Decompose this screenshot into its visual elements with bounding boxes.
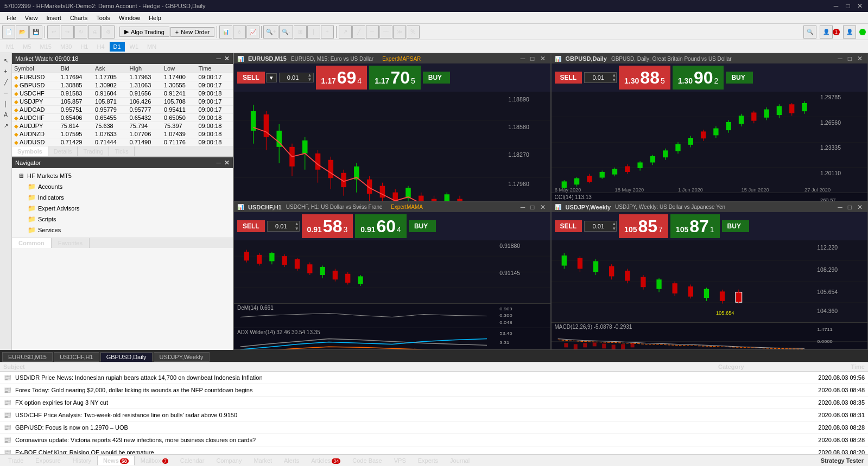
chart-gbpusd-maximize[interactable]: □ [846,55,853,62]
tab-articles[interactable]: Articles34 [305,456,346,465]
mw-tab-symbols[interactable]: Symbols [12,146,48,156]
news-row[interactable]: 📰 Coronavirus update: Victoria reports 4… [0,434,868,446]
tab-mailbox[interactable]: Mailbox7 [135,456,174,465]
market-watch-row[interactable]: ◆AUDCHF 0.65406 0.65455 0.65432 0.65050 … [12,114,233,122]
usdchf-lot-group[interactable]: ▲ ▼ [267,221,300,232]
chart-tab-eurusd[interactable]: EURUSD,M15 [2,352,53,362]
chart-tab-gbpusd[interactable]: GBPUSD,Daily [100,352,153,362]
navigator-minimize[interactable]: ─ [216,159,221,167]
toolbar-print[interactable]: 🖨 [88,25,101,39]
toolbar-chart-bar[interactable]: 📊 [219,25,232,39]
chart-gbpusd-minimize[interactable]: ─ [836,55,844,62]
toolbar-redo[interactable]: ↪ [61,25,74,39]
news-row[interactable]: 📰 GBP/USD: Focus is now on 1.2970 – UOB … [0,422,868,434]
toolbox-line[interactable]: ╱ [1,77,11,87]
menu-tools[interactable]: Tools [92,14,115,22]
market-watch-row[interactable]: ◆AUDUSD 0.71429 0.71444 0.71490 0.71176 … [12,138,233,146]
market-watch-row[interactable]: ◆USDJPY 105.857 105.871 106.426 105.708 … [12,98,233,106]
toolbox-cursor[interactable]: ↖ [1,55,11,65]
nav-item-scripts[interactable]: 📁 Scripts [14,214,231,225]
menu-charts[interactable]: Charts [66,14,92,22]
usdjpy-lot-group[interactable]: ▲ ▼ [584,221,617,232]
toolbox-vline[interactable]: │ [1,99,11,108]
nav-item-accounts[interactable]: 📁 Accounts [14,181,231,192]
toolbar-open[interactable]: 📂 [16,25,29,39]
chart-tab-usdjpy[interactable]: USDJPY,Weekly [154,352,210,362]
usdchf-buy-price-box[interactable]: 0.91 60 4 [355,214,407,238]
mw-tab-ticks[interactable]: Ticks [109,146,134,156]
toolbox-crosshair[interactable]: + [1,66,11,76]
gbpusd-sell-button[interactable]: SELL [555,72,582,84]
market-watch-close[interactable]: ✕ [224,55,230,62]
chart-eurusd-minimize[interactable]: ─ [519,55,527,62]
eurusd-lot-input[interactable] [280,73,307,82]
tab-trade[interactable]: Trade [2,456,29,465]
algo-trading-button[interactable]: ▶ Algo Trading [119,27,169,37]
toolbar-wave[interactable]: 〰 [379,25,392,39]
tf-h4[interactable]: H4 [93,42,108,52]
gbpusd-chart-area[interactable]: 1.29785 1.26560 1.23335 1.20110 6 May 20… [552,92,868,202]
toolbox-hline[interactable]: ─ [1,88,11,98]
eurusd-lot-down[interactable]: ▼ [307,78,313,82]
usdjpy-buy-button[interactable]: BUY [722,220,749,232]
market-watch-row[interactable]: ◆USDCHF 0.91583 0.91604 0.91656 0.91241 … [12,90,233,98]
toolbar-undo[interactable]: ↩ [47,25,60,39]
usdchf-buy-button[interactable]: BUY [409,220,436,232]
tab-news[interactable]: News58 [97,456,135,465]
usdjpy-lot-input[interactable] [585,222,612,231]
chart-eurusd-close[interactable]: ✕ [538,55,547,62]
usdchf-chart-area[interactable]: 0.91880 0.91145 DeM(14) 0.661 0.909 0.30… [234,240,550,350]
tf-w1[interactable]: W1 [126,42,143,52]
nav-item-services[interactable]: 📁 Services [14,225,231,235]
minimize-button[interactable]: ─ [832,2,840,10]
tab-vps[interactable]: VPS [388,456,412,465]
chart-gbpusd-close[interactable]: ✕ [856,55,864,62]
eurusd-sell-dropdown[interactable]: ▼ [266,73,277,82]
menu-insert[interactable]: Insert [42,14,66,22]
chart-usdchf-close[interactable]: ✕ [538,203,547,211]
toolbox-text[interactable]: A [1,110,11,119]
toolbar-zoom-out[interactable]: 🔍- [279,25,293,39]
tf-m5[interactable]: M5 [19,42,35,52]
search-button[interactable]: 🔍 [803,25,816,39]
toolbar-chart-candle[interactable]: 🕯 [233,25,246,39]
toolbar-refresh[interactable]: ↻ [74,25,87,39]
tf-d1[interactable]: D1 [110,42,125,52]
toolbar-period-sep[interactable]: | [307,25,320,39]
tab-market[interactable]: Market [248,456,278,465]
toolbar-grid[interactable]: ⊞ [294,25,307,39]
mw-tab-trading[interactable]: Trading [78,146,109,156]
tf-mn[interactable]: MN [143,42,160,52]
market-watch-minimize[interactable]: ─ [216,55,221,62]
tab-codebase[interactable]: Code Base [346,456,388,465]
toolbar-chart-line[interactable]: 📈 [246,25,259,39]
tf-m1[interactable]: M1 [2,42,18,52]
nav-item-experts[interactable]: 📁 Expert Advisors [14,203,231,214]
toolbar-zoom-in[interactable]: 🔍+ [263,25,278,39]
tf-m30[interactable]: M30 [56,42,75,52]
close-button[interactable]: ✕ [856,2,864,10]
nav-tab-favorites[interactable]: Favorites [52,238,90,248]
tf-h1[interactable]: H1 [77,42,92,52]
tab-alerts[interactable]: Alerts [278,456,305,465]
chart-tab-usdchf[interactable]: USDCHF,H1 [54,352,99,362]
gbpusd-lot-up[interactable]: ▲ [612,73,616,78]
mw-tab-details[interactable]: Details [48,146,78,156]
toolbar-percent[interactable]: % [407,25,420,39]
toolbox-arrow[interactable]: ↗ [1,120,11,130]
maximize-button[interactable]: □ [844,2,852,10]
account-button[interactable]: 👤 [843,25,856,39]
tab-calendar[interactable]: Calendar [174,456,211,465]
eurusd-chart-canvas[interactable]: 1.18890 1.18580 1.18270 1.17960 1.17650 … [234,92,550,202]
chart-usdjpy-close[interactable]: ✕ [856,203,864,211]
eurusd-lot-input-group[interactable]: ▲ ▼ [279,73,314,82]
news-row[interactable]: 📰 Ex-BOE Chief King: Raising QE would be… [0,446,868,454]
eurusd-sell-price-box[interactable]: 1.17 69 4 [316,66,368,90]
usdchf-sell-button[interactable]: SELL [237,220,265,232]
gbpusd-sell-price-box[interactable]: 1.30 88 5 [619,66,670,90]
market-watch-row[interactable]: ◆EURUSD 1.17694 1.17705 1.17963 1.17400 … [12,73,233,81]
market-watch-row[interactable]: ◆AUDNZD 1.07595 1.07633 1.07706 1.07439 … [12,130,233,138]
market-watch-row[interactable]: ◆AUDJPY 75.614 75.638 75.794 75.397 09:0… [12,122,233,130]
news-row[interactable]: 📰 FX option expiries for Aug 3 NY cut 20… [0,397,868,409]
usdchf-sell-price-box[interactable]: 0.91 58 3 [302,214,353,238]
